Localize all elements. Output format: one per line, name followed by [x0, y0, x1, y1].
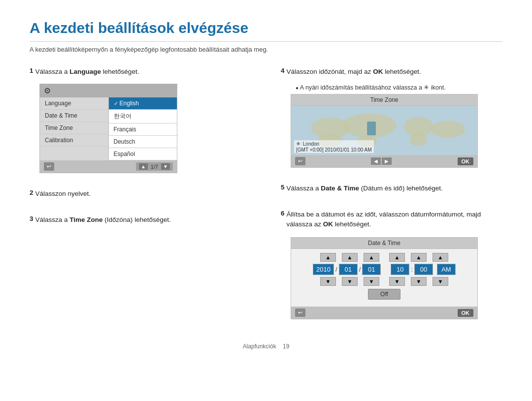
step-1: 1 Válassza a Language lehetőséget. ⚙ Lan… [30, 67, 251, 180]
timezone-panel: Time Zone [291, 94, 478, 168]
dt-colon: : [410, 266, 413, 273]
lang-item-datetime[interactable]: Date & Time [40, 110, 108, 122]
dt-off-button[interactable]: Off [368, 289, 400, 300]
dt-day-value[interactable]: 01 [362, 264, 381, 275]
lang-menu-header: ⚙ [40, 84, 177, 97]
step-3-num: 3 [30, 215, 33, 222]
step-5: 5 Válassza a Date & Time (Dátum és idő) … [281, 184, 502, 200]
lang-menu-body: Language Date & Time Time Zone Calibrati… [40, 97, 177, 160]
dt-up-row: ▲ ▲ ▲ ▲ ▲ ▲ [297, 253, 471, 262]
step-3: 3 Válassza a Time Zone (Időzóna) lehetős… [30, 215, 251, 232]
tz-panel-footer: ↩ ◀ ▶ OK [291, 155, 477, 167]
dt-values-row: 2010 / 01 / 01 10 : 00 AM [297, 264, 471, 275]
dt-sep-1: / [335, 266, 338, 273]
tz-location: London [303, 141, 319, 147]
svg-rect-8 [367, 122, 376, 135]
dt-minute-value[interactable]: 00 [414, 264, 433, 275]
left-column: 1 Válassza a Language lehetőséget. ⚙ Lan… [30, 67, 251, 328]
dt-sep-2: / [359, 266, 362, 273]
datetime-panel: Date & Time ▲ ▲ ▲ ▲ ▲ ▲ [291, 237, 478, 319]
step-2-text: Válasszon nyelvet. [35, 189, 91, 199]
step-4-num: 4 [281, 67, 285, 74]
lang-option-german[interactable]: Deutsch [109, 136, 177, 148]
page-subtitle: A kezdeti beállítóképernyőn a fényképező… [30, 46, 502, 53]
tz-right-button[interactable]: ▶ [382, 157, 392, 165]
step-1-num: 1 [30, 67, 33, 74]
footer-label: Alapfunkciók [243, 343, 276, 350]
lang-left-col: Language Date & Time Time Zone Calibrati… [40, 97, 109, 160]
tz-left-button[interactable]: ◀ [371, 157, 381, 165]
page-title: A kezdeti beállítások elvégzése [30, 20, 502, 42]
page-footer: Alapfunkciók 19 [30, 343, 502, 350]
tz-gmt: [GMT +0:00] 2010/01/01 10:00 AM [296, 147, 372, 153]
lang-item-calibration[interactable]: Calibration [40, 134, 108, 147]
dt-day-down[interactable]: ▼ [364, 277, 379, 286]
tz-panel-header: Time Zone [291, 94, 477, 106]
dt-panel-footer: ↩ OK [291, 307, 477, 319]
dt-year-value[interactable]: 2010 [313, 264, 334, 275]
step-5-num: 5 [281, 184, 285, 191]
step-6-num: 6 [281, 210, 285, 217]
tz-arrow-group: ◀ ▶ [371, 157, 392, 165]
dt-panel-header: Date & Time [291, 238, 477, 249]
dt-ok-button[interactable]: OK [458, 309, 474, 317]
tz-location-info: ✳ London [GMT +0:00] 2010/01/01 10:00 AM [294, 140, 374, 153]
tz-map-area: ✳ London [GMT +0:00] 2010/01/01 10:00 AM [291, 106, 477, 155]
lang-back-button[interactable]: ↩ [44, 162, 54, 171]
dt-year-down[interactable]: ▼ [320, 277, 336, 286]
lang-option-french[interactable]: Français [109, 123, 177, 136]
dt-hour-down[interactable]: ▼ [389, 277, 405, 286]
step-2-num: 2 [30, 189, 33, 196]
tz-sun-icon: ✳ [296, 141, 300, 147]
lang-option-english[interactable]: English [109, 97, 177, 110]
gear-icon: ⚙ [44, 86, 51, 95]
right-column: 4 Válasszon időzónát, majd az OK lehetős… [281, 67, 502, 328]
lang-option-spanish[interactable]: Español [109, 148, 177, 160]
lang-option-korean[interactable]: 한국어 [109, 110, 177, 123]
dt-ampm-up[interactable]: ▲ [432, 253, 448, 262]
dt-ampm-value[interactable]: AM [437, 264, 456, 275]
dt-down-row: ▼ ▼ ▼ ▼ ▼ ▼ [297, 277, 471, 286]
step-4-text: Válasszon időzónát, majd az OK lehetőség… [287, 67, 421, 77]
dt-day-up[interactable]: ▲ [364, 253, 379, 262]
lang-page-indicator: 1/7 [151, 164, 158, 170]
dt-ampm-down[interactable]: ▼ [432, 277, 448, 286]
dt-hour-up[interactable]: ▲ [389, 253, 405, 262]
lang-item-timezone[interactable]: Time Zone [40, 122, 108, 134]
svg-point-7 [410, 132, 428, 146]
dt-month-down[interactable]: ▼ [342, 277, 358, 286]
footer-page-number: 19 [283, 343, 289, 350]
step-4-note: A nyári időszámítás beállításához válass… [296, 84, 502, 91]
lang-up-button[interactable]: ▲ [139, 163, 148, 170]
dt-min-down[interactable]: ▼ [411, 277, 427, 286]
step-1-text: Válassza a Language lehetőséget. [35, 67, 139, 77]
dt-year-up[interactable]: ▲ [320, 253, 336, 262]
step-2: 2 Válasszon nyelvet. [30, 189, 251, 206]
step-3-text: Válassza a Time Zone (Időzóna) lehetőség… [35, 215, 171, 225]
dt-panel-body: ▲ ▲ ▲ ▲ ▲ ▲ 2010 / [291, 249, 477, 307]
step-5-text: Válassza a Date & Time (Dátum és idő) le… [287, 184, 443, 193]
lang-right-col: English 한국어 Français Deutsch Español [109, 97, 177, 160]
dt-back-button[interactable]: ↩ [295, 308, 305, 317]
step-4: 4 Válasszon időzónát, majd az OK lehetős… [281, 67, 502, 175]
lang-down-button[interactable]: ▼ [161, 163, 170, 170]
lang-item-language[interactable]: Language [40, 97, 108, 110]
dt-hour-value[interactable]: 10 [391, 264, 409, 275]
dt-month-value[interactable]: 01 [339, 264, 358, 275]
step-6: 6 Állítsa be a dátumot és az időt, válas… [281, 210, 502, 320]
svg-point-4 [431, 121, 466, 138]
lang-menu-footer: ↩ ▲ 1/7 ▼ [40, 160, 177, 173]
step-6-text: Állítsa be a dátumot és az időt, válassz… [287, 210, 502, 230]
language-menu-panel: ⚙ Language Date & Time Time Zone Calibra… [39, 84, 177, 173]
lang-nav-group: ▲ 1/7 ▼ [136, 162, 173, 171]
tz-back-button[interactable]: ↩ [295, 157, 305, 165]
dt-min-up[interactable]: ▲ [411, 253, 427, 262]
dt-month-up[interactable]: ▲ [342, 253, 358, 262]
tz-ok-button[interactable]: OK [458, 157, 474, 165]
